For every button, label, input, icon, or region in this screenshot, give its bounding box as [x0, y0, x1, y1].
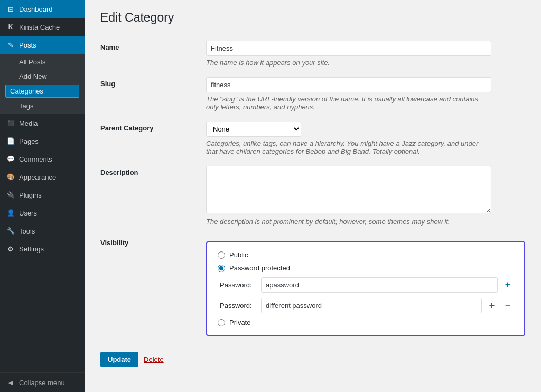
sidebar-item-label: Tools — [19, 227, 35, 235]
sidebar-item-dashboard[interactable]: Dashboard — [0, 0, 85, 18]
parent-description: Categories, unlike tags, can have a hier… — [206, 139, 491, 155]
name-description: The name is how it appears on your site. — [206, 59, 491, 67]
dashboard-icon — [6, 5, 15, 13]
sidebar-item-categories[interactable]: Categories — [5, 85, 79, 98]
sidebar-item-label: Pages — [19, 137, 39, 145]
description-row: Description The description is not promi… — [100, 161, 525, 231]
sidebar-item-users[interactable]: Users — [0, 204, 85, 222]
password1-input[interactable] — [261, 277, 498, 293]
page-title: Edit Category — [100, 11, 525, 25]
sidebar-item-tags[interactable]: Tags — [0, 99, 85, 113]
password2-row: Password: + − — [218, 298, 514, 313]
password1-label: Password: — [220, 281, 257, 289]
media-icon — [6, 119, 15, 127]
slug-label: Slug — [100, 80, 115, 88]
form-actions: Update Delete — [100, 352, 525, 367]
sidebar-item-label: Media — [19, 119, 38, 127]
parent-select[interactable]: None — [206, 122, 301, 137]
sidebar-item-kinsta-cache[interactable]: Kinsta Cache — [0, 18, 85, 36]
sidebar-item-label: Posts — [19, 41, 36, 49]
slug-input[interactable] — [206, 77, 491, 92]
sidebar-item-tools[interactable]: Tools — [0, 222, 85, 240]
visibility-public-row: Public — [218, 251, 514, 259]
collapse-icon — [6, 378, 15, 387]
sidebar-item-settings[interactable]: Settings — [0, 240, 85, 258]
sidebar-item-label: Settings — [19, 245, 44, 253]
slug-row: Slug The "slug" is the URL-friendly vers… — [100, 72, 525, 116]
delete-button[interactable]: Delete — [144, 356, 164, 363]
sidebar-item-label: Comments — [19, 155, 52, 163]
parent-label: Parent Category — [100, 124, 153, 132]
sidebar-item-add-new[interactable]: Add New — [0, 69, 85, 83]
posts-icon — [6, 41, 15, 49]
main-content: Edit Category Name The name is how it ap… — [85, 0, 541, 392]
sidebar-item-all-posts[interactable]: All Posts — [0, 55, 85, 69]
plugins-icon — [6, 191, 15, 199]
posts-submenu: All Posts Add New Categories Tags — [0, 54, 85, 114]
visibility-private-row: Private — [218, 319, 514, 326]
visibility-password-row: Password protected — [218, 264, 514, 272]
add-password2-button[interactable]: + — [486, 300, 498, 312]
sidebar-item-media[interactable]: Media — [0, 114, 85, 132]
comments-icon — [6, 155, 15, 163]
sidebar-item-posts[interactable]: Posts — [0, 36, 85, 54]
sidebar-item-plugins[interactable]: Plugins — [0, 186, 85, 204]
pages-icon — [6, 137, 15, 145]
sidebar-item-label: Appearance — [19, 173, 56, 181]
form-table: Name The name is how it appears on your … — [100, 35, 525, 341]
sidebar-item-appearance[interactable]: Appearance — [0, 168, 85, 186]
visibility-public-label: Public — [229, 251, 248, 259]
password2-label: Password: — [220, 302, 257, 310]
visibility-public-radio[interactable] — [218, 251, 225, 259]
remove-password2-button[interactable]: − — [502, 300, 514, 312]
name-row: Name The name is how it appears on your … — [100, 35, 525, 72]
sidebar-item-label: Kinsta Cache — [19, 23, 60, 31]
visibility-password-label: Password protected — [229, 264, 290, 272]
sidebar-item-label: Dashboard — [19, 5, 53, 13]
visibility-row: Visibility Public Password — [100, 231, 525, 341]
update-button[interactable]: Update — [100, 352, 138, 367]
visibility-private-radio[interactable] — [218, 319, 225, 326]
password1-row: Password: + — [218, 277, 514, 293]
collapse-label: Collapse menu — [19, 379, 65, 387]
visibility-box: Public Password protected Password: — [206, 241, 525, 336]
appearance-icon — [6, 173, 15, 181]
description-description: The description is not prominent by defa… — [206, 218, 491, 226]
parent-row: Parent Category None Categories, unlike … — [100, 116, 525, 161]
collapse-menu[interactable]: Collapse menu — [0, 372, 85, 392]
sidebar-item-label: Plugins — [19, 191, 42, 199]
visibility-password-radio[interactable] — [218, 265, 225, 272]
sidebar: Dashboard Kinsta Cache Posts All Posts A… — [0, 0, 85, 392]
slug-description: The "slug" is the URL-friendly version o… — [206, 95, 491, 111]
visibility-private-label: Private — [229, 319, 250, 326]
settings-icon — [6, 245, 15, 253]
add-password-button[interactable]: + — [502, 279, 514, 291]
sidebar-item-comments[interactable]: Comments — [0, 150, 85, 168]
tools-icon — [6, 227, 15, 235]
description-label: Description — [100, 169, 138, 176]
visibility-section: Public Password protected Password: — [218, 251, 514, 326]
kinsta-icon — [6, 23, 15, 31]
sidebar-item-pages[interactable]: Pages — [0, 132, 85, 150]
sidebar-item-label: Users — [19, 209, 37, 217]
users-icon — [6, 209, 15, 217]
name-input[interactable] — [206, 41, 491, 56]
password2-input[interactable] — [261, 298, 482, 313]
visibility-label: Visibility — [100, 239, 128, 247]
description-textarea[interactable] — [206, 166, 491, 213]
name-label: Name — [100, 43, 119, 51]
